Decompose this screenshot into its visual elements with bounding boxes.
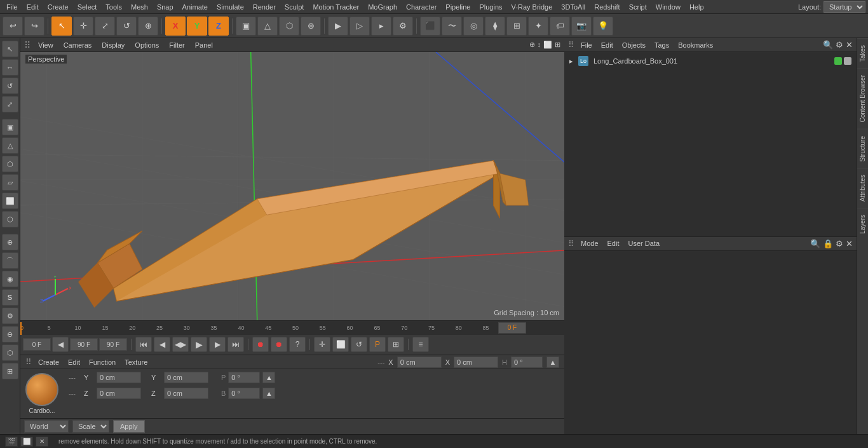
scale-tool[interactable]: ⤢: [95, 17, 115, 36]
select-tool[interactable]: ↖: [51, 17, 72, 36]
tab-attributes[interactable]: Attributes: [857, 168, 868, 208]
om-file[interactable]: File: [578, 40, 595, 50]
menu-motion-tracker[interactable]: Motion Tracker: [309, 2, 363, 12]
left-tool-4[interactable]: ▣: [2, 119, 18, 135]
render-region-btn[interactable]: ▷: [349, 17, 370, 36]
om-edit[interactable]: Edit: [599, 40, 616, 50]
left-tool-17[interactable]: ⊞: [2, 363, 18, 379]
tab-content-browser[interactable]: Content Browser: [857, 68, 868, 128]
menu-vray[interactable]: V-Ray Bridge: [508, 2, 557, 12]
menu-edit[interactable]: Edit: [23, 2, 43, 12]
motion-tool-5[interactable]: ⊞: [388, 337, 404, 352]
current-frame-input[interactable]: [498, 322, 526, 334]
vp-options[interactable]: Options: [132, 40, 161, 50]
motion-tool-3[interactable]: ↺: [351, 337, 367, 352]
left-tool-9[interactable]: ⬡: [2, 211, 18, 227]
vp-display[interactable]: Display: [99, 40, 127, 50]
om-settings-icon[interactable]: ⚙: [836, 40, 843, 50]
om-tags[interactable]: Tags: [652, 40, 672, 50]
start-frame-input[interactable]: [23, 338, 51, 351]
motion-tool-2[interactable]: ⬜: [332, 337, 349, 352]
left-tool-6[interactable]: ⬡: [2, 156, 18, 172]
coord-b-up[interactable]: ▲: [262, 388, 275, 399]
status-close-icon[interactable]: ✕: [36, 437, 48, 447]
obj-mode-btn[interactable]: ▣: [236, 17, 256, 36]
menu-snap[interactable]: Snap: [153, 2, 177, 12]
vp-filter[interactable]: Filter: [166, 40, 187, 50]
coord-p-up[interactable]: ▲: [262, 372, 275, 383]
coord-h-rot[interactable]: [511, 356, 543, 368]
coord-p-rot[interactable]: [228, 372, 260, 383]
left-tool-0[interactable]: ↖: [2, 41, 18, 57]
attr-mode[interactable]: Mode: [578, 238, 601, 248]
step-back-btn[interactable]: ◀: [154, 337, 170, 352]
undo-button[interactable]: ↩: [3, 17, 23, 36]
render-btn[interactable]: ▶: [328, 17, 348, 36]
mat-texture[interactable]: Texture: [122, 357, 150, 367]
rotate-tool[interactable]: ↺: [116, 17, 137, 36]
om-search-icon[interactable]: 🔍: [823, 40, 833, 50]
status-minimize-icon[interactable]: ⬜: [20, 437, 33, 447]
light-btn[interactable]: 💡: [593, 17, 613, 36]
vp-view[interactable]: View: [36, 40, 56, 50]
object-row[interactable]: ▸ Lo Long_Cardboard_Box_001: [567, 55, 854, 67]
material-item[interactable]: Cardbo...: [20, 369, 64, 418]
goto-end-btn[interactable]: ⏭: [227, 337, 244, 352]
obj-collapse-icon[interactable]: ▸: [569, 57, 573, 65]
attr-close-icon[interactable]: ✕: [846, 239, 853, 248]
coord-z-size[interactable]: [164, 388, 208, 399]
left-tool-5[interactable]: △: [2, 137, 18, 154]
menu-simulate[interactable]: Simulate: [213, 2, 248, 12]
menu-file[interactable]: File: [3, 2, 22, 12]
mat-edit[interactable]: Edit: [65, 357, 83, 367]
attr-edit[interactable]: Edit: [605, 238, 622, 248]
transform-tool[interactable]: ⊕: [138, 17, 158, 36]
vp-cameras[interactable]: Cameras: [61, 40, 95, 50]
step-fwd-btn[interactable]: ▶: [209, 337, 226, 352]
left-tool-7[interactable]: ▱: [2, 174, 18, 191]
menu-animate[interactable]: Animate: [179, 2, 212, 12]
viewport-canvas[interactable]: Perspective Grid Spacing : 10 cm X Y Z: [20, 52, 564, 320]
generator-btn[interactable]: ◎: [463, 17, 484, 36]
field-btn[interactable]: ⊞: [506, 17, 527, 36]
left-tool-8[interactable]: ⬜: [2, 193, 18, 209]
render-settings-btn[interactable]: ⚙: [393, 17, 413, 36]
menu-window[interactable]: Window: [652, 2, 684, 12]
coord-h-up[interactable]: ▲: [546, 356, 559, 368]
vp-icon-3[interactable]: ⬜: [543, 41, 552, 49]
timeline-ruler[interactable]: 0 5 10 15 20 25 30 35 40 45 50 55 60 65: [20, 321, 564, 335]
motion-tool-1[interactable]: ✛: [314, 337, 330, 352]
cube-btn[interactable]: ⬛: [420, 17, 440, 36]
menu-create[interactable]: Create: [44, 2, 72, 12]
left-tool-2[interactable]: ↺: [2, 78, 18, 94]
menu-help[interactable]: Help: [686, 2, 708, 12]
left-tool-15[interactable]: ⊖: [2, 326, 18, 343]
left-tool-3[interactable]: ⤢: [2, 96, 18, 112]
attr-settings-icon[interactable]: ⚙: [836, 239, 843, 248]
move-tool[interactable]: ✛: [73, 17, 93, 36]
menu-character[interactable]: Character: [402, 2, 440, 12]
play-fwd-btn[interactable]: ▶: [191, 337, 207, 352]
scale-dropdown[interactable]: Scale Size: [72, 420, 109, 433]
apply-button[interactable]: Apply: [113, 420, 145, 433]
z-axis-btn[interactable]: Z: [208, 17, 229, 36]
frame-prev-btn[interactable]: ◀: [52, 337, 69, 352]
tab-layers[interactable]: Layers: [857, 208, 868, 240]
vp-icon-4[interactable]: ⊞: [555, 41, 560, 49]
layout-dropdown[interactable]: Startup: [824, 1, 865, 13]
obj-visible-dot[interactable]: [834, 57, 842, 65]
attr-lock-icon[interactable]: 🔒: [823, 239, 833, 248]
menu-sculpt[interactable]: Sculpt: [281, 2, 308, 12]
coord-x-size[interactable]: [454, 356, 498, 368]
menu-tools[interactable]: Tools: [102, 2, 126, 12]
menu-render[interactable]: Render: [249, 2, 280, 12]
menu-plugins[interactable]: Plugins: [475, 2, 506, 12]
vp-icon-1[interactable]: ⊕: [529, 41, 535, 49]
menu-select[interactable]: Select: [74, 2, 101, 12]
deformer-btn[interactable]: ⧫: [485, 17, 505, 36]
left-tool-14[interactable]: ⚙: [2, 308, 18, 324]
redo-button[interactable]: ↪: [24, 17, 44, 36]
menu-script[interactable]: Script: [625, 2, 651, 12]
left-tool-10[interactable]: ⊕: [2, 234, 18, 250]
left-tool-16[interactable]: ⬡: [2, 344, 18, 361]
